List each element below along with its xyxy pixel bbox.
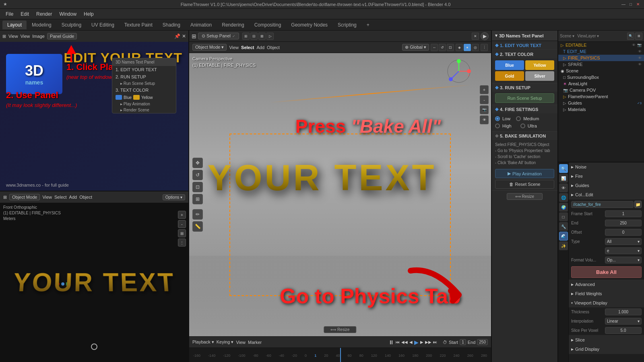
options-btn[interactable]: Options ▾ (163, 194, 185, 200)
select-center[interactable]: Select (241, 45, 254, 50)
viewport-icon1[interactable]: ⊞ (242, 33, 250, 40)
prop-vd-header[interactable]: ▾ Viewport Display (569, 298, 644, 307)
viewport-icon4[interactable]: ▷ (266, 33, 274, 40)
tab-uv-editing[interactable]: UV Editing (87, 21, 119, 29)
ol-edit-me[interactable]: T EDIT_ME 👁 (558, 48, 644, 55)
props-tab-output[interactable]: 📊 (559, 174, 568, 183)
play-btn[interactable]: ▶ (481, 32, 489, 40)
prop-fire-header[interactable]: ▶ Fire (569, 172, 644, 181)
transform-tool-btn[interactable]: ⊞ (192, 194, 203, 204)
prop-field-weights-header[interactable]: ▶ Field Weights (569, 289, 644, 298)
view2-menu[interactable]: View (21, 34, 30, 39)
panel-toggle-icon[interactable]: ▾ (495, 33, 497, 38)
color-gold-btn[interactable]: Gold (495, 71, 524, 81)
play-animation-btn[interactable]: ▶ Play Animation (495, 169, 554, 178)
panel-item-edit[interactable]: 1. EDIT YOUR TEXT (112, 66, 176, 73)
menu-file[interactable]: File (2, 10, 17, 18)
offset-value[interactable]: 0 (605, 229, 642, 236)
display-icon3[interactable]: ◎ (472, 44, 479, 51)
props-tab-render[interactable]: 🔍 (559, 164, 568, 173)
close-center-btn[interactable]: ✕ (472, 33, 479, 40)
eye-btn[interactable]: 👁 (480, 115, 489, 124)
play-pause-btn[interactable]: ⏸ (388, 339, 394, 346)
prop-guides-header[interactable]: ▶ Guides (569, 181, 644, 190)
resize-btn[interactable]: ⟺ Resize (324, 326, 356, 333)
props-tab-view[interactable]: 👁 (559, 183, 568, 192)
main-3d-viewport[interactable]: Camera Perspective (1) EDITABLE | FIRE_P… (189, 53, 491, 336)
annotation-btn[interactable]: ✏ (192, 209, 203, 220)
ol-flamethrower-parent[interactable]: ▷ FlamethrowerParent (558, 93, 644, 100)
slice-voxel-value[interactable]: 5.0 (605, 327, 642, 334)
section4-header[interactable]: ◆ 4. FIRE SETTINGS (492, 105, 557, 113)
image-menu[interactable]: Image (32, 34, 45, 39)
radio-high[interactable] (495, 123, 500, 128)
tab-sculpting[interactable]: Sculpting (57, 21, 86, 29)
panel-item-run[interactable]: 2. RUN SETUP (112, 73, 176, 80)
tab-compositing[interactable]: Compositing (250, 21, 286, 29)
display-icon2[interactable]: ● (464, 44, 471, 51)
filter-icon[interactable]: 🔍 (627, 33, 634, 40)
menu-edit[interactable]: Edit (17, 10, 32, 18)
global-dropdown[interactable]: ⊕ Global ▾ (402, 44, 429, 51)
playback-menu[interactable]: Playback ▾ (192, 339, 214, 345)
object-mode-center[interactable]: Object Mode ▾ (192, 44, 227, 51)
tab-texture-paint[interactable]: Texture Paint (120, 21, 157, 29)
format-dropdown[interactable]: Op... ▾ (605, 257, 642, 263)
add-center[interactable]: Add (257, 45, 265, 50)
props-tab-particles[interactable]: ✨ (559, 241, 568, 250)
view-btn[interactable]: View (42, 195, 52, 200)
ol-guides[interactable]: ▷ Guides ✓3 (558, 100, 644, 106)
ol-eye-icon[interactable]: 👁 (632, 43, 636, 47)
panel-guide-btn[interactable]: Panel Guide (47, 33, 77, 39)
reset-scene-btn[interactable]: 🗑 Reset Scene (495, 180, 554, 189)
jump-end-btn[interactable]: ⏭ (433, 340, 437, 344)
panel-sub-play[interactable]: ▸ Play Animation (112, 101, 176, 107)
maximize-button[interactable]: □ (628, 2, 634, 7)
zoom-in-btn[interactable]: + (178, 211, 186, 219)
ol-fire-eye[interactable]: 👁 (638, 56, 642, 60)
ol-surrounding-box[interactable]: □ SurroundingBox (558, 74, 644, 80)
zoom-plus-btn[interactable]: + (480, 85, 489, 94)
ol-edit-eye[interactable]: 👁 (638, 49, 642, 53)
jump-start-btn[interactable]: ⏮ (396, 340, 400, 344)
move-tool-btn[interactable]: ✥ (192, 158, 203, 168)
display-options-icon[interactable]: ⊞ (635, 33, 642, 40)
thickness-value[interactable]: 1.000 (605, 309, 642, 315)
object-mode-btn[interactable]: Object Mode (9, 194, 40, 200)
add-btn[interactable]: Add (69, 195, 77, 200)
marker-menu[interactable]: Marker (248, 340, 262, 345)
frame-start-value[interactable]: 1 (605, 210, 642, 217)
ol-spare[interactable]: ▷ SPARE 👁 (558, 61, 644, 68)
more-options[interactable]: ⋮ (481, 44, 488, 51)
zoom-out-btn[interactable]: - (178, 220, 186, 228)
section3-header[interactable]: ◆ 3. RUN SETUP (492, 83, 557, 92)
close-button[interactable]: ✕ (635, 2, 641, 7)
props-tab-world[interactable]: 🌍 (559, 203, 568, 212)
type-dropdown[interactable]: All ▾ (605, 238, 642, 245)
tab-animation[interactable]: Animation (186, 21, 217, 29)
panel-sub-run[interactable]: ▸ Run Scene Setup (112, 80, 176, 86)
ol-area-light[interactable]: ☀ AreaLight (558, 80, 644, 87)
prop-collision-header[interactable]: ▶ Col...Edit (569, 190, 644, 199)
ol-spare-eye[interactable]: 👁 (638, 62, 642, 66)
prev-keyframe-btn[interactable]: ◀◀ (401, 340, 408, 344)
tab-layout[interactable]: Layout (2, 21, 27, 29)
props-tab-modifiers[interactable]: 🔧 (559, 222, 568, 231)
props-tab-object[interactable]: □ (559, 212, 568, 221)
next-keyframe-btn[interactable]: ▶▶ (425, 340, 431, 344)
section2-header[interactable]: ◆ 2. TEXT COLOR (492, 50, 557, 58)
main-play-btn[interactable]: ▶ (414, 339, 419, 346)
tab-rendering[interactable]: Rendering (217, 21, 249, 29)
select-btn[interactable]: Select (54, 195, 67, 200)
viewport-icon3[interactable]: ⊠ (258, 33, 266, 40)
props-tab-scene[interactable]: 🌐 (559, 193, 568, 202)
radio-medium[interactable] (516, 116, 521, 121)
menu-render[interactable]: Render (33, 10, 55, 18)
swatch-yellow[interactable] (133, 95, 140, 100)
panel-sub-render[interactable]: ▸ Render Scene (112, 107, 176, 113)
path-folder-icon[interactable]: 📁 (634, 201, 642, 208)
ol-cam-icon[interactable]: 📷 (637, 43, 642, 47)
rotate-tool-btn[interactable]: ↺ (192, 170, 203, 180)
path-field[interactable]: //cache_for_fire (571, 201, 634, 208)
prev-frame-btn[interactable]: ◀ (409, 340, 413, 344)
